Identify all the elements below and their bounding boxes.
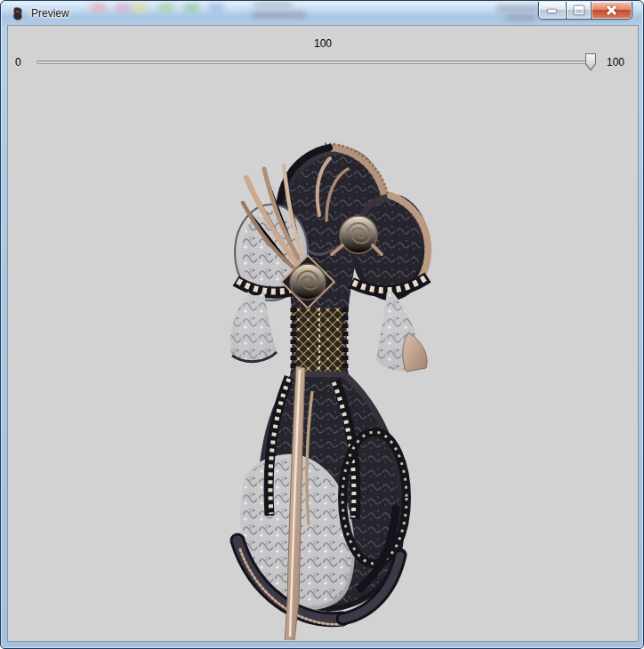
client-area: 100 0 100 <box>8 26 638 641</box>
close-button[interactable] <box>591 2 632 19</box>
slider-max-label: 100 <box>603 56 630 68</box>
minimize-icon <box>548 10 556 12</box>
titlebar[interactable]: Preview <box>2 2 642 26</box>
glass-reflection <box>251 12 306 18</box>
slider[interactable] <box>36 53 596 71</box>
preview-window: Preview 100 0 <box>0 0 644 649</box>
slider-track[interactable] <box>36 60 596 64</box>
glass-reflection <box>496 5 539 12</box>
armor-3d-model <box>225 139 433 640</box>
minimize-button[interactable] <box>539 2 566 19</box>
slider-current-value: 100 <box>9 37 637 50</box>
window-title: Preview <box>31 7 69 20</box>
glass-reflection <box>184 3 199 12</box>
slider-row: 0 100 <box>9 52 637 73</box>
slider-min-label: 0 <box>15 56 26 68</box>
window-armor-icon[interactable] <box>12 7 24 21</box>
window-controls <box>538 2 632 20</box>
glass-reflection <box>254 2 293 6</box>
zoom-slider-zone: 100 0 100 <box>9 27 637 76</box>
model-viewport[interactable] <box>9 76 637 640</box>
maximize-button[interactable] <box>566 2 591 19</box>
glass-reflection <box>116 3 131 12</box>
close-icon <box>606 4 617 16</box>
glass-reflection <box>209 3 224 12</box>
maximize-icon <box>575 6 584 14</box>
glass-reflection <box>158 3 173 12</box>
slider-thumb[interactable] <box>585 53 596 71</box>
glass-reflection <box>91 3 106 12</box>
glass-reflection <box>132 3 147 12</box>
screen: Preview 100 0 <box>0 0 644 649</box>
glass-reflection <box>505 15 535 20</box>
